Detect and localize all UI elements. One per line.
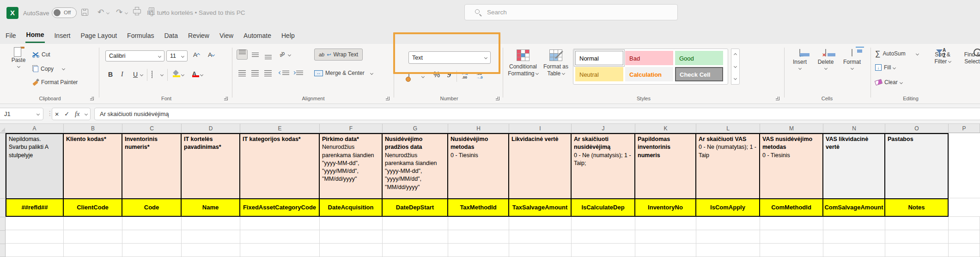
tab-insert[interactable]: Insert bbox=[53, 28, 71, 43]
fill-button[interactable]: ↓ Fill bbox=[875, 64, 895, 71]
cell-F3[interactable] bbox=[320, 217, 383, 230]
cell-A1[interactable]: Nepildomas. Svarbu palikti A stulpelyje bbox=[6, 133, 64, 198]
cell-C1[interactable]: Inventorinis numeris* bbox=[122, 133, 182, 198]
cell-K3[interactable] bbox=[635, 217, 696, 230]
cell-O3[interactable] bbox=[885, 217, 949, 230]
orientation-icon[interactable]: ab bbox=[278, 50, 286, 58]
style-bad[interactable]: Bad bbox=[625, 51, 673, 65]
quick-print-icon[interactable] bbox=[133, 9, 141, 13]
align-left-button[interactable] bbox=[237, 68, 248, 78]
cell-I3[interactable] bbox=[509, 217, 572, 230]
cell-D5[interactable] bbox=[182, 244, 240, 257]
cancel-icon[interactable]: × bbox=[55, 110, 59, 118]
cell-B2[interactable]: ClientCode bbox=[64, 198, 122, 217]
select-all-corner[interactable] bbox=[0, 124, 6, 133]
cell-D3[interactable] bbox=[182, 217, 240, 230]
style-good[interactable]: Good bbox=[675, 51, 723, 65]
insert-function-icon[interactable]: fx bbox=[75, 110, 79, 118]
decrease-indent-button[interactable] bbox=[279, 71, 289, 75]
column-header-H[interactable]: H bbox=[448, 124, 509, 133]
cell-N2[interactable]: ComSalvageAmount bbox=[823, 198, 885, 217]
borders-icon[interactable] bbox=[152, 71, 152, 78]
underline-chevron-icon[interactable] bbox=[140, 73, 143, 76]
tab-data[interactable]: Data bbox=[163, 28, 179, 43]
align-middle-button[interactable] bbox=[250, 49, 261, 60]
cell-B3[interactable] bbox=[64, 217, 122, 230]
redo-chevron-icon[interactable] bbox=[125, 11, 128, 14]
column-header-J[interactable]: J bbox=[572, 124, 635, 133]
cell-E4[interactable] bbox=[240, 230, 320, 244]
cell-M5[interactable] bbox=[760, 244, 823, 257]
tab-automate[interactable]: Automate bbox=[243, 28, 272, 43]
cell-O2[interactable]: Notes bbox=[885, 198, 949, 217]
column-header-B[interactable]: B bbox=[64, 124, 122, 133]
cell-O5[interactable] bbox=[885, 244, 949, 257]
alignment-dialog-launcher-icon[interactable] bbox=[386, 97, 390, 100]
align-top-button[interactable] bbox=[237, 49, 248, 60]
save-icon[interactable] bbox=[81, 9, 88, 16]
cell-K4[interactable] bbox=[635, 230, 696, 244]
format-as-table-button[interactable]: Format as Table bbox=[541, 49, 571, 77]
cell-N3[interactable] bbox=[823, 217, 885, 230]
conditional-formatting-button[interactable]: Conditional Formatting bbox=[506, 49, 540, 77]
cell-J3[interactable] bbox=[572, 217, 635, 230]
style-calculation[interactable]: Calculation bbox=[625, 67, 673, 81]
style-gallery-scroll[interactable] bbox=[731, 49, 740, 85]
tab-page-layout[interactable]: Page Layout bbox=[79, 28, 118, 43]
enter-icon[interactable]: ✓ bbox=[64, 110, 69, 117]
cell-E3[interactable] bbox=[240, 217, 320, 230]
format-painter-button[interactable]: Format Painter bbox=[32, 79, 78, 86]
cell-C2[interactable]: Code bbox=[122, 198, 182, 217]
cell-H3[interactable] bbox=[448, 217, 509, 230]
cell-P5[interactable] bbox=[949, 244, 980, 257]
borders-chevron-icon[interactable] bbox=[160, 73, 164, 76]
clipboard-dialog-launcher-icon[interactable] bbox=[90, 97, 94, 100]
cell-K1[interactable]: Papildomas inventorinis numeris bbox=[635, 133, 696, 198]
cell-M3[interactable] bbox=[760, 217, 823, 230]
delete-cells-button[interactable]: × Delete bbox=[814, 49, 837, 72]
column-header-N[interactable]: N bbox=[823, 124, 885, 133]
cell-C4[interactable] bbox=[122, 230, 182, 244]
column-header-L[interactable]: L bbox=[696, 124, 760, 133]
cell-J2[interactable]: IsCalculateDep bbox=[572, 198, 635, 217]
cell-J5[interactable] bbox=[572, 244, 635, 257]
format-cells-button[interactable]: Format bbox=[840, 49, 864, 72]
autosave-toggle[interactable]: Off bbox=[52, 7, 77, 18]
column-header-E[interactable]: E bbox=[240, 124, 320, 133]
decrease-font-size-button[interactable]: A bbox=[208, 51, 214, 58]
font-name-combo[interactable]: Calibri bbox=[105, 50, 164, 61]
tab-home[interactable]: Home bbox=[25, 27, 45, 43]
align-bottom-button[interactable] bbox=[262, 49, 274, 60]
number-dialog-launcher-icon[interactable] bbox=[496, 97, 499, 100]
cell-E5[interactable] bbox=[240, 244, 320, 257]
cell-J1[interactable]: Ar skaičiuoti nusidėvėjimą0 - Ne (numaty… bbox=[572, 133, 635, 198]
row-header-5[interactable]: 5 bbox=[0, 244, 6, 257]
column-header-D[interactable]: D bbox=[182, 124, 240, 133]
insert-cells-button[interactable]: ← Insert bbox=[788, 49, 811, 72]
font-size-combo[interactable]: 11 bbox=[166, 50, 188, 61]
cell-L5[interactable] bbox=[696, 244, 760, 257]
increase-indent-button[interactable] bbox=[293, 71, 303, 75]
clear-button[interactable]: Clear bbox=[875, 79, 902, 86]
find-select-button[interactable]: Find & Select bbox=[959, 48, 980, 65]
cell-G1[interactable]: Nusidėvėjimo pradžios dataNenurodžius pa… bbox=[383, 133, 448, 198]
cell-L4[interactable] bbox=[696, 230, 760, 244]
merge-center-button[interactable]: ↔ Merge & Center bbox=[314, 70, 373, 76]
cell-D4[interactable] bbox=[182, 230, 240, 244]
cell-J4[interactable] bbox=[572, 230, 635, 244]
fill-color-chevron-icon[interactable] bbox=[181, 73, 184, 76]
font-color-icon[interactable]: A bbox=[192, 71, 196, 77]
column-header-M[interactable]: M bbox=[760, 124, 823, 133]
cell-C3[interactable] bbox=[122, 217, 182, 230]
cell-G4[interactable] bbox=[383, 230, 448, 244]
cell-B1[interactable]: Kliento kodas* bbox=[64, 133, 122, 198]
bold-button[interactable]: B bbox=[108, 71, 113, 78]
cell-L1[interactable]: Ar skaičiuoti VAS0 - Ne (numatytas); 1 -… bbox=[696, 133, 760, 198]
formula-bar-chevron-icon[interactable] bbox=[85, 112, 88, 116]
cell-E2[interactable]: FixedAssetCategoryCode bbox=[240, 198, 320, 217]
tab-review[interactable]: Review bbox=[187, 28, 210, 43]
cell-H1[interactable]: Nusidėvėjimo metodas0 - Tiesinis bbox=[448, 133, 509, 198]
search-input[interactable]: Search bbox=[464, 4, 678, 20]
undo-chevron-icon[interactable] bbox=[106, 11, 110, 14]
cell-H5[interactable] bbox=[448, 244, 509, 257]
